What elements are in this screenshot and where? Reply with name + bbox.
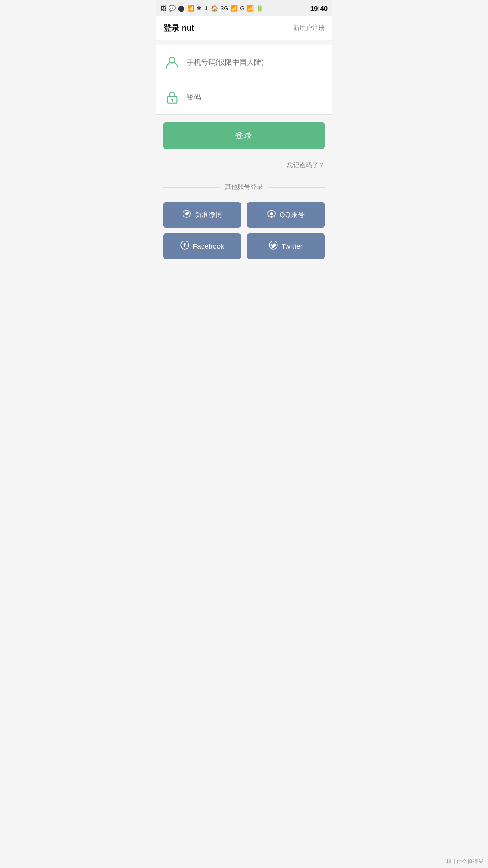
lock-icon: [163, 88, 181, 106]
wechat-icon: 💬: [169, 5, 176, 12]
clock: 19:40: [310, 5, 328, 12]
facebook-label: Facebook: [193, 242, 225, 250]
forgot-password-wrap: 忘记密码了？: [156, 156, 332, 179]
user-icon: [163, 53, 181, 71]
login-button-wrap: 登录: [156, 115, 332, 156]
qq-label: QQ账号: [280, 211, 305, 219]
divider-line-left: [163, 187, 220, 188]
form-section: [156, 45, 332, 115]
qq-button[interactable]: QQ账号: [247, 202, 325, 228]
network-3g: 3G: [221, 5, 228, 12]
home-icon: 🏠: [211, 5, 218, 12]
facebook-button[interactable]: f Facebook: [163, 233, 241, 259]
facebook-icon: f: [180, 241, 189, 252]
forgot-password-link[interactable]: 忘记密码了？: [287, 161, 325, 169]
signal-icon: 📶: [230, 5, 238, 12]
divider-label: 其他账号登录: [220, 183, 268, 191]
weibo-icon: [182, 209, 191, 221]
password-input[interactable]: [187, 93, 325, 101]
twitter-label: Twitter: [282, 242, 303, 250]
weibo-label: 新浪微博: [195, 211, 223, 219]
page-title: 登录 nut: [163, 23, 194, 33]
svg-point-9: [272, 212, 273, 213]
page-header: 登录 nut 新用户注册: [156, 16, 332, 40]
social-login-grid: 新浪微博 QQ账号 f Facebook: [156, 196, 332, 273]
status-icons: 🖼 💬 ⬤ 📶 ✱ ⬇ 🏠 3G 📶 G 📶 🔋: [160, 5, 263, 12]
register-link[interactable]: 新用户注册: [293, 24, 325, 32]
download-icon: ⬇: [204, 5, 209, 12]
bluetooth-icon: ✱: [197, 5, 202, 12]
twitter-icon: [269, 241, 278, 252]
divider-line-right: [268, 187, 325, 188]
vpn-icon: ⬤: [178, 5, 185, 12]
twitter-button[interactable]: Twitter: [247, 233, 325, 259]
battery-icon: 🔋: [256, 5, 263, 12]
login-button[interactable]: 登录: [163, 122, 325, 149]
phone-input[interactable]: [187, 58, 325, 66]
svg-point-8: [270, 212, 271, 213]
image-icon: 🖼: [160, 5, 166, 12]
wifi-icon: 📶: [187, 5, 194, 12]
carrier-g: G: [240, 5, 244, 12]
phone-field: [156, 45, 332, 80]
social-divider: 其他账号登录: [156, 179, 332, 196]
time-display: 19:40: [310, 5, 328, 12]
status-bar: 🖼 💬 ⬤ 📶 ✱ ⬇ 🏠 3G 📶 G 📶 🔋 19:40: [156, 0, 332, 16]
qq-icon: [267, 209, 276, 221]
weibo-button[interactable]: 新浪微博: [163, 202, 241, 228]
svg-point-7: [270, 212, 273, 215]
svg-point-5: [185, 212, 188, 215]
signal2-icon: 📶: [247, 5, 254, 12]
svg-text:f: f: [183, 242, 186, 249]
password-field: [156, 80, 332, 115]
